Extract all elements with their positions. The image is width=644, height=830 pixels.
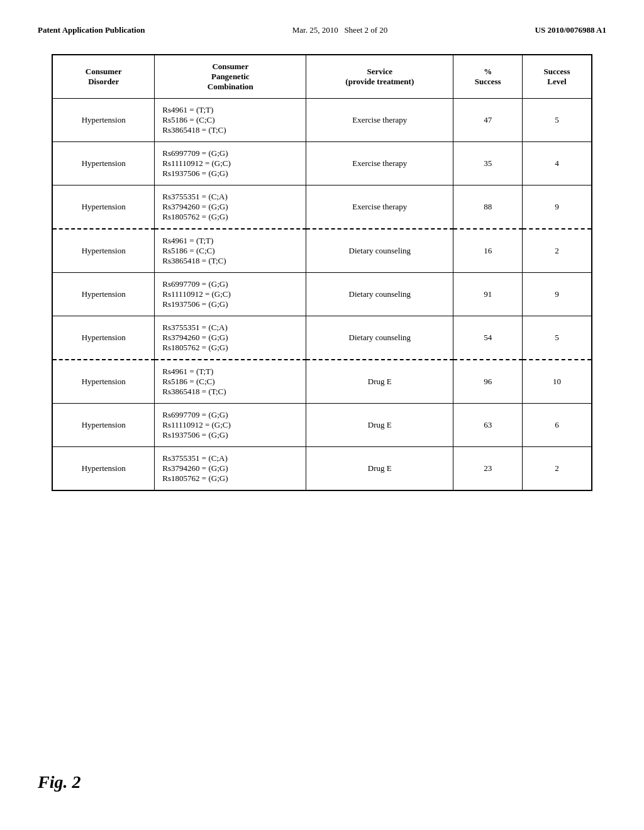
- cell-percent: 47: [453, 99, 523, 142]
- header-left: Patent Application Publication: [38, 25, 145, 35]
- cell-percent: 91: [453, 273, 523, 316]
- cell-service: Exercise therapy: [306, 142, 453, 185]
- data-table: ConsumerDisorder ConsumerPangeneticCombi…: [52, 54, 592, 491]
- cell-service: Dietary counseling: [306, 316, 453, 360]
- cell-service: Drug E: [306, 404, 453, 447]
- header-sheet: Sheet 2 of 20: [344, 25, 387, 35]
- cell-percent: 35: [453, 142, 523, 185]
- main-table-container: ConsumerDisorder ConsumerPangeneticCombi…: [52, 54, 592, 491]
- cell-percent: 16: [453, 229, 523, 273]
- table-row: Hypertension Rs4961 = (T;T)Rs5186 = (C;C…: [52, 99, 592, 142]
- cell-combination: Rs4961 = (T;T)Rs5186 = (C;C)Rs3865418 = …: [155, 99, 306, 142]
- table-row: Hypertension Rs3755351 = (C;A)Rs3794260 …: [52, 447, 592, 491]
- cell-service: Drug E: [306, 360, 453, 404]
- col-header-service: Service(provide treatment): [306, 55, 453, 99]
- cell-disorder: Hypertension: [52, 273, 155, 316]
- table-row: Hypertension Rs6997709 = (G;G)Rs11110912…: [52, 273, 592, 316]
- cell-disorder: Hypertension: [52, 447, 155, 491]
- cell-service: Exercise therapy: [306, 185, 453, 230]
- fig-label: Fig. 2: [38, 772, 80, 792]
- cell-service: Exercise therapy: [306, 99, 453, 142]
- cell-percent: 23: [453, 447, 523, 491]
- table-row: Hypertension Rs4961 = (T;T)Rs5186 = (C;C…: [52, 360, 592, 404]
- cell-level: 2: [522, 229, 592, 273]
- table-row: Hypertension Rs3755351 = (C;A)Rs3794260 …: [52, 316, 592, 360]
- cell-level: 4: [522, 142, 592, 185]
- table-row: Hypertension Rs3755351 = (C;A)Rs3794260 …: [52, 185, 592, 230]
- cell-service: Dietary counseling: [306, 273, 453, 316]
- cell-level: 5: [522, 99, 592, 142]
- cell-disorder: Hypertension: [52, 360, 155, 404]
- cell-percent: 88: [453, 185, 523, 230]
- cell-disorder: Hypertension: [52, 229, 155, 273]
- col-header-percent: %Success: [453, 55, 523, 99]
- cell-disorder: Hypertension: [52, 99, 155, 142]
- cell-percent: 96: [453, 360, 523, 404]
- cell-combination: Rs3755351 = (C;A)Rs3794260 = (G;G)Rs1805…: [155, 316, 306, 360]
- header-right: US 2010/0076988 A1: [535, 25, 606, 35]
- col-header-disorder: ConsumerDisorder: [52, 55, 155, 99]
- cell-service: Dietary counseling: [306, 229, 453, 273]
- cell-disorder: Hypertension: [52, 185, 155, 230]
- table-row: Hypertension Rs6997709 = (G;G)Rs11110912…: [52, 404, 592, 447]
- cell-combination: Rs4961 = (T;T)Rs5186 = (C;C)Rs3865418 = …: [155, 360, 306, 404]
- table-header-row: ConsumerDisorder ConsumerPangeneticCombi…: [52, 55, 592, 99]
- cell-level: 9: [522, 273, 592, 316]
- col-header-level: SuccessLevel: [522, 55, 592, 99]
- cell-percent: 63: [453, 404, 523, 447]
- cell-disorder: Hypertension: [52, 142, 155, 185]
- cell-combination: Rs6997709 = (G;G)Rs11110912 = (G;C)Rs193…: [155, 142, 306, 185]
- header-date: Mar. 25, 2010: [292, 25, 338, 35]
- cell-level: 5: [522, 316, 592, 360]
- cell-level: 10: [522, 360, 592, 404]
- cell-level: 2: [522, 447, 592, 491]
- col-header-combination: ConsumerPangeneticCombination: [155, 55, 306, 99]
- cell-combination: Rs3755351 = (C;A)Rs3794260 = (G;G)Rs1805…: [155, 447, 306, 491]
- cell-combination: Rs6997709 = (G;G)Rs11110912 = (G;C)Rs193…: [155, 273, 306, 316]
- cell-level: 9: [522, 185, 592, 230]
- cell-percent: 54: [453, 316, 523, 360]
- cell-disorder: Hypertension: [52, 404, 155, 447]
- table-row: Hypertension Rs6997709 = (G;G)Rs11110912…: [52, 142, 592, 185]
- cell-service: Drug E: [306, 447, 453, 491]
- cell-combination: Rs3755351 = (C;A)Rs3794260 = (G;G)Rs1805…: [155, 185, 306, 230]
- header-center: Mar. 25, 2010 Sheet 2 of 20: [292, 25, 388, 35]
- cell-combination: Rs6997709 = (G;G)Rs11110912 = (G;C)Rs193…: [155, 404, 306, 447]
- table-row: Hypertension Rs4961 = (T;T)Rs5186 = (C;C…: [52, 229, 592, 273]
- cell-combination: Rs4961 = (T;T)Rs5186 = (C;C)Rs3865418 = …: [155, 229, 306, 273]
- cell-level: 6: [522, 404, 592, 447]
- cell-disorder: Hypertension: [52, 316, 155, 360]
